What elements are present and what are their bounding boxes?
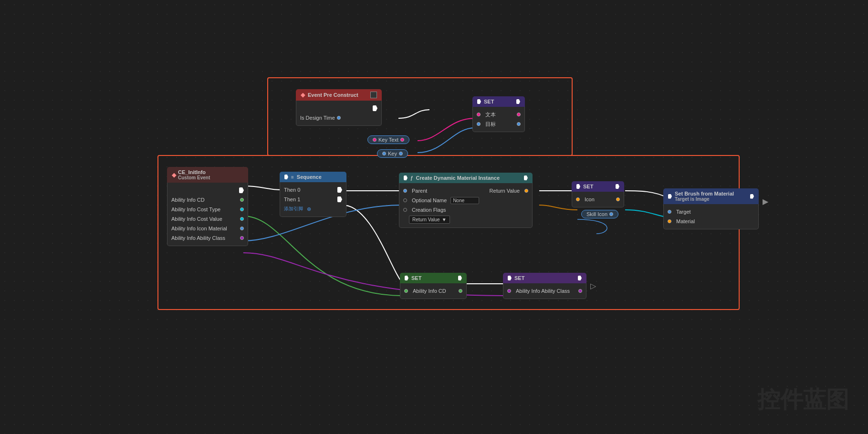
dmi-creation-flags-row: Creation Flags (399, 205, 532, 215)
sequence-body: Then 0 Then 1 添加引脚 ⊕ (280, 182, 346, 217)
key-text-left-pin[interactable] (373, 138, 376, 142)
set-target-label: 目标 (485, 121, 496, 128)
dmi-flags-pin[interactable] (403, 208, 407, 212)
dmi-parent-pin[interactable] (403, 189, 407, 193)
brush-material-pin[interactable] (668, 219, 671, 223)
ce-cost-type-pin[interactable] (240, 207, 244, 211)
dmi-func-icon: ƒ (410, 176, 413, 181)
dmi-flags-label: Creation Flags (412, 207, 446, 213)
create-dmi-body: Parent Return Value Optional Name Creati… (399, 183, 533, 228)
set-target-out-pin[interactable] (517, 122, 521, 126)
event-pre-construct-icon: ◆ (301, 92, 305, 98)
set-class-node[interactable]: SET Ability Info Ability Class ▷ (503, 273, 586, 299)
ce-exec-out-row (167, 186, 248, 195)
ce-ability-cd-label: Ability Info CD (171, 197, 205, 203)
set-icon-row: Icon (572, 195, 624, 204)
set-cd-out-pin[interactable] (459, 289, 462, 293)
graph-container: ▼ ◀ ▶ ⊞ ⚡ 事件图表 ✕ UMG_AbilitySlot › 事件图表 … (153, 51, 868, 419)
ce-init-info-node[interactable]: ◆ CE_InitInfo Custom Event Ability Info … (167, 167, 248, 246)
ce-init-info-body: Ability Info CD Ability Info Cost Type A… (167, 183, 248, 246)
seq-then1-pin[interactable] (337, 196, 342, 202)
dmi-optional-row: Optional Name (399, 196, 532, 205)
set-text-row: 文本 (473, 110, 524, 119)
set-text-out-pin[interactable] (517, 113, 521, 116)
seq-add-pin-icon[interactable]: ⊕ (307, 206, 311, 212)
set-icon-exec-out-pin[interactable] (616, 184, 619, 189)
seq-add-pin-row[interactable]: 添加引脚 ⊕ (280, 204, 346, 214)
set-icon-out-pin[interactable] (616, 197, 620, 201)
is-design-time-pin[interactable] (337, 116, 341, 120)
set-cd-body: Ability Info CD (400, 283, 467, 299)
event-exec-out-pin[interactable] (373, 105, 377, 111)
key-label: Key (388, 151, 397, 156)
create-dmi-node[interactable]: ƒ Create Dynamic Material Instance Paren… (399, 173, 533, 228)
skill-icon-label: Skill Icon (586, 211, 607, 217)
set-brush-title: Set Brush from Material (675, 191, 734, 196)
dmi-return-pin[interactable] (524, 189, 528, 193)
set-target-in-pin[interactable] (477, 122, 481, 126)
dmi-parent-row: Parent Return Value (399, 186, 532, 196)
skill-icon-get-node[interactable]: Skill Icon (581, 210, 618, 218)
seq-then0-row: Then 0 (280, 185, 346, 195)
key-left-pin[interactable] (382, 152, 386, 155)
set-cd-in-pin[interactable] (404, 289, 408, 293)
set-icon-body: Icon (572, 192, 624, 207)
set-class-exec-out-pin[interactable] (578, 276, 582, 280)
dmi-flags-select[interactable]: Return Value ▼ (409, 216, 450, 224)
is-design-time-row: Is Design Time (296, 113, 381, 123)
key-text-node[interactable]: Key Text (367, 135, 409, 144)
set-icon-in-pin[interactable] (576, 197, 580, 201)
brush-exec-out-pin[interactable] (750, 194, 754, 199)
dmi-parent-label: Parent (412, 188, 427, 194)
seq-then0-pin[interactable] (337, 187, 342, 193)
ce-cost-value-row: Ability Info Cost Value (167, 214, 248, 224)
set-brush-node[interactable]: Set Brush from Material Target is Image … (663, 188, 759, 229)
set-brush-subtitle: Target is Image (675, 196, 734, 202)
set-class-out-pin[interactable] (578, 289, 582, 293)
sequence-node[interactable]: ≡ Sequence Then 0 Then 1 添加引脚 ⊕ (280, 172, 346, 217)
skill-icon-pin[interactable] (609, 212, 613, 216)
set-cd-exec-in-pin[interactable] (405, 276, 408, 280)
dmi-flags-select-row: Return Value ▼ (399, 215, 532, 225)
key-text-right-pin[interactable] (400, 138, 404, 142)
set-class-exec-in-pin[interactable] (508, 276, 512, 280)
set-class-in-pin[interactable] (507, 289, 511, 293)
set-keytext-node[interactable]: SET 文本 目标 (472, 96, 525, 132)
event-collapse-btn[interactable] (370, 92, 377, 98)
ce-ability-class-pin[interactable] (240, 236, 244, 240)
set-cd-label: Ability Info CD (413, 288, 446, 294)
set-text-in-pin[interactable] (477, 113, 481, 116)
ce-icon-material-pin[interactable] (240, 227, 244, 230)
set-target-row: 目标 (473, 119, 524, 129)
key-node[interactable]: Key (377, 149, 408, 158)
dmi-exec-out-pin[interactable] (524, 176, 528, 180)
ce-cost-value-pin[interactable] (240, 217, 244, 221)
ce-ability-cd-row: Ability Info CD (167, 195, 248, 205)
ce-ability-cd-pin[interactable] (240, 198, 244, 202)
seq-exec-in-pin[interactable] (284, 175, 288, 179)
set-cd-node[interactable]: SET Ability Info CD (400, 273, 467, 299)
event-pre-construct-body: Is Design Time (296, 101, 382, 126)
event-pre-construct-node[interactable]: ◆ Event Pre Construct Is Design Time (296, 89, 382, 126)
set-cd-pin-row: Ability Info CD (400, 286, 466, 296)
set-text-label: 文本 (485, 111, 496, 118)
set-exec-out-pin[interactable] (516, 99, 520, 104)
set-cd-exec-out-pin[interactable] (458, 276, 462, 280)
brush-exec-in-pin[interactable] (668, 194, 672, 199)
dmi-exec-in-pin[interactable] (404, 176, 408, 180)
ce-ability-class-row: Ability Info Ability Class (167, 233, 248, 243)
graph-canvas[interactable]: 控件蓝图 (0, 0, 868, 434)
set-icon-node[interactable]: SET Icon Skill Icon (572, 181, 624, 207)
set-exec-in-pin[interactable] (477, 99, 481, 104)
set-icon-exec-in-pin[interactable] (576, 184, 580, 189)
dmi-optional-pin[interactable] (403, 198, 407, 202)
brush-continue-arrow: ▶ (763, 197, 768, 206)
set-icon-label: Icon (585, 196, 595, 202)
ce-node-subtitle: Custom Event (178, 175, 210, 180)
brush-target-row: Target (664, 207, 758, 217)
key-right-pin[interactable] (399, 152, 403, 155)
brush-target-pin[interactable] (668, 210, 671, 214)
dmi-optional-input[interactable] (450, 197, 479, 204)
ce-exec-out-pin[interactable] (239, 187, 244, 193)
set-keytext-body: 文本 目标 (472, 107, 525, 132)
